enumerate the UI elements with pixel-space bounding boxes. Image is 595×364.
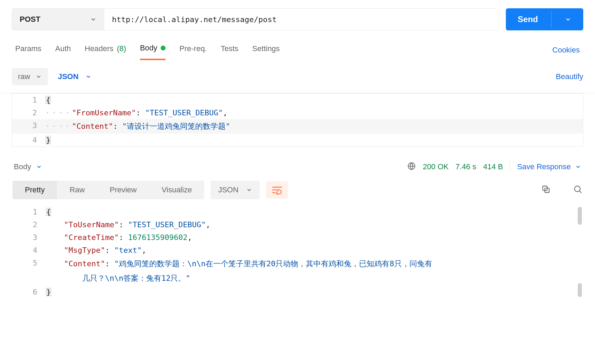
line-number: 3 [12,231,46,244]
save-response-dropdown[interactable]: Save Response [517,162,581,171]
tab-settings[interactable]: Settings [252,41,280,59]
code-line: "CreateTime": 1676135909602, [46,231,583,244]
scrollbar-thumb[interactable] [578,207,582,225]
chevron-down-icon [246,187,252,193]
seg-visualize[interactable]: Visualize [149,181,205,199]
seg-raw[interactable]: Raw [57,181,97,199]
globe-icon[interactable] [407,162,416,172]
body-mode-dropdown[interactable]: raw [12,68,48,85]
divider [510,161,510,172]
seg-label: Visualize [162,185,192,194]
tab-label: Tests [221,44,238,53]
http-method-dropdown[interactable]: POST [12,8,104,30]
wrap-lines-button[interactable] [266,181,288,199]
chevron-down-icon [575,164,581,170]
tab-label: Auth [55,44,71,53]
tab-body[interactable]: Body [140,40,166,60]
response-format-dropdown[interactable]: JSON [210,181,260,199]
response-size: 414 B [483,162,503,171]
line-number: 2 [12,218,46,231]
tab-headers[interactable]: Headers (8) [85,41,126,59]
beautify-label: Beautify [556,72,584,81]
code-line: ····"Content": "请设计一道鸡兔同笼的数学题" [45,119,583,134]
headers-count: (8) [117,44,126,53]
seg-pretty[interactable]: Pretty [12,181,57,199]
line-number: 3 [12,119,45,132]
seg-label: Preview [110,185,136,194]
save-response-label: Save Response [517,162,571,171]
code-line: { [45,94,583,106]
code-line: "ToUserName": "TEST_USER_DEBUG", [46,218,583,231]
line-number: 2 [12,106,45,119]
line-number: 1 [12,94,45,106]
line-number: 1 [12,205,46,218]
tab-params[interactable]: Params [15,41,41,59]
svg-point-5 [575,186,580,191]
chevron-down-icon [36,164,42,170]
line-number: 4 [12,134,45,146]
line-number: 5 [12,257,46,269]
chevron-down-icon [565,16,572,23]
send-button[interactable]: Send [506,8,583,30]
tab-label: Headers [85,44,113,53]
seg-label: Pretty [25,185,45,194]
line-number: 4 [12,244,46,257]
response-time: 7.46 s [455,162,476,171]
copy-icon[interactable] [541,184,551,196]
tab-prerequest[interactable]: Pre-req. [179,41,207,59]
chevron-down-icon [90,16,97,23]
response-section-label: Body [14,162,31,171]
response-section-dropdown[interactable]: Body [14,162,42,171]
cookies-label: Cookies [552,46,580,54]
seg-preview[interactable]: Preview [97,181,149,199]
request-url-input[interactable] [104,8,499,30]
body-format-label: JSON [58,72,78,81]
line-number [12,271,46,275]
response-format-label: JSON [218,185,238,194]
chevron-down-icon [85,74,92,80]
svg-line-6 [579,191,581,193]
tab-label: Settings [252,44,280,53]
body-format-dropdown[interactable]: JSON [58,72,92,81]
response-view-segmented: Pretty Raw Preview Visualize [12,181,204,199]
send-button-label: Send [518,15,538,24]
request-body-editor[interactable]: 1 { 2 ····"FromUserName": "TEST_USER_DEB… [12,93,583,147]
code-line: "Content": "鸡兔同笼的数学题：\n\n在一个笼子里共有20只动物，其… [46,257,583,271]
beautify-link[interactable]: Beautify [556,72,584,81]
divider [551,11,551,28]
cookies-link[interactable]: Cookies [552,46,580,55]
http-method-label: POST [20,15,40,24]
search-icon[interactable] [573,184,583,196]
code-line: ····"FromUserName": "TEST_USER_DEBUG", [45,106,583,119]
chevron-down-icon [36,74,42,80]
response-status: 200 OK [423,162,449,171]
code-line: } [46,286,583,298]
tab-auth[interactable]: Auth [55,41,71,59]
tab-label: Body [140,44,157,52]
seg-label: Raw [69,185,85,194]
tab-label: Params [15,44,41,53]
tab-tests[interactable]: Tests [221,41,238,59]
code-line-wrap: 几只？\n\n答案：兔有12只。" [46,271,583,286]
line-number: 6 [12,286,46,298]
code-line: } [45,134,583,146]
scrollbar-thumb[interactable] [578,283,582,297]
modified-dot-icon [161,46,166,50]
response-body-viewer[interactable]: 1 { 2 "ToUserName": "TEST_USER_DEBUG", 3… [12,205,583,298]
body-mode-label: raw [18,72,30,81]
tab-label: Pre-req. [179,44,207,53]
code-line: { [46,205,583,218]
code-line: "MsgType": "text", [46,244,583,257]
